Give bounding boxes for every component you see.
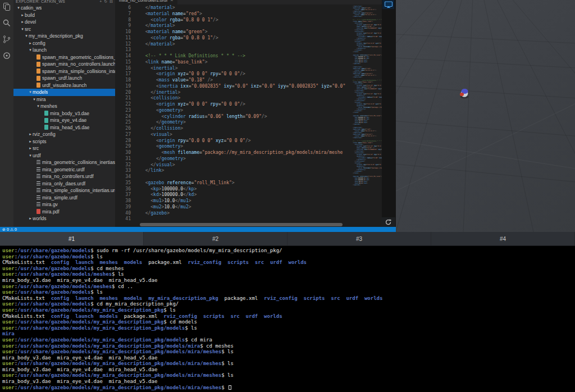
terminal-line: mira_body_v3.dae mira_eye_v4.dae mira_he… [2, 367, 573, 373]
tree-item-mira.gv[interactable]: mira.gv [13, 201, 115, 208]
search-icon[interactable] [2, 19, 11, 28]
graphical-tools-button[interactable] [382, 0, 394, 9]
tree-item-my_mira_description_pkg[interactable]: ▾my_mira_description_pkg [13, 33, 115, 40]
tree-item-meshes[interactable]: ▾meshes [13, 103, 115, 110]
horizontal-scrollbar[interactable] [140, 223, 349, 226]
tree-item-models[interactable]: ▾models [13, 89, 115, 96]
tree-item-spawn_mira_no_controllers.launch[interactable]: spawn_mira_no_controllers.launch [13, 61, 115, 68]
code-line [140, 174, 382, 180]
tree-item-urdf_visualize.launch[interactable]: urdf_visualize.launch [13, 82, 115, 89]
tree-item-src[interactable]: ▾src [13, 26, 115, 33]
tree-item-scripts[interactable]: ▸scripts [13, 138, 115, 145]
line-number: 13 [115, 47, 131, 53]
terminal-line: mira_body_v3.dae mira_eye_v4.dae mira_he… [2, 277, 573, 284]
code-line: </inertial> [140, 90, 382, 96]
explorer-header: EXPLORER: CATKIN_WS +↻⊟ [13, 0, 115, 4]
code-line: </geometry> [140, 156, 382, 162]
chevron-right-icon: ▸ [28, 145, 33, 152]
tree-item-config[interactable]: ▸config [13, 40, 115, 47]
refresh-button[interactable] [381, 217, 395, 227]
explorer-action-icon[interactable]: + [99, 0, 102, 4]
minimap[interactable]: </material> <material name="red"> <color… [351, 4, 382, 218]
tree-item-mira.pdf[interactable]: mira.pdf [13, 208, 115, 216]
terminal-line: user:/usr/share/gazebo/models/my_mira_de… [2, 307, 573, 313]
code-line: <collision> [140, 95, 382, 102]
urdf-file-icon [36, 188, 40, 193]
problems-indicator[interactable]: ⊘0 ⚠0 [2, 227, 17, 232]
line-number: 7 [115, 11, 131, 17]
terminal-line: user:/usr/share/gazebo/models/meshes$ cd… [2, 284, 573, 290]
code-line: <origin xyz="0 0 0" rpy="0 0 0"/> [140, 102, 382, 108]
tree-item-mira_no_controllers.urdf[interactable]: mira_no_controllers.urdf [13, 173, 115, 180]
tree-item-mira_head_v5.dae[interactable]: mira_head_v5.dae [13, 124, 115, 131]
chevron-right-icon: ▸ [28, 131, 33, 138]
refresh-icon [385, 218, 392, 226]
tree-item-spawn_mira_simple_collisions_intertias...[interactable]: spawn_mira_simple_collisions_intertias..… [13, 68, 115, 75]
editor-tab-label: mira_no_controllers.urdf [119, 0, 167, 3]
terminal-line: user:/usr/share/gazebo/models/my_mira_de… [2, 385, 573, 391]
code-editor[interactable]: 6789101112131415161718192021222324252627… [115, 4, 396, 227]
tree-item-label: launch [33, 47, 47, 54]
tree-item-label: mira_simple_collisions_intertias.urdf [42, 187, 115, 194]
tree-item-label: models [33, 89, 48, 96]
code-line: <kp>100000.0</kp> [140, 186, 382, 193]
mira-robot-model [460, 89, 469, 98]
terminal-tab-1[interactable]: #1 [0, 232, 144, 245]
tree-item-devel[interactable]: ▸devel [13, 19, 115, 26]
tree-item-mira_simple_collisions_intertias.urdf[interactable]: mira_simple_collisions_intertias.urdf [13, 187, 115, 194]
line-number: 27 [115, 132, 131, 138]
tree-item-mira_geometric_collisions_inertias.urdf[interactable]: mira_geometric_collisions_inertias.urdf [13, 159, 115, 166]
terminal-tab-label: #1 [69, 236, 75, 242]
tree-item-mira_only_daes.urdf[interactable]: mira_only_daes.urdf [13, 180, 115, 188]
tree-item-spawn_urdf.launch[interactable]: spawn_urdf.launch [13, 75, 115, 82]
tree-item-label: mira_no_controllers.urdf [42, 173, 94, 180]
tree-item-label: mira_only_daes.urdf [42, 180, 85, 188]
terminal-line: mira_body_v3.dae mira_eye_v4.dae mira_he… [2, 355, 573, 361]
tree-item-build[interactable]: ▸build [13, 12, 115, 19]
line-number: 10 [115, 29, 131, 35]
dae-file-icon [44, 125, 48, 130]
tree-item-catkin_ws[interactable]: ▾catkin_ws [13, 4, 115, 12]
debug-icon[interactable] [2, 51, 11, 60]
terminal-line: user:/usr/share/gazebo/models$ cd meshes [2, 266, 573, 272]
terminal-line: user:/usr/share/gazebo/models/my_mira_de… [2, 349, 573, 355]
tree-item-launch[interactable]: ▾launch [13, 47, 115, 54]
warning-count: 0 [15, 227, 17, 232]
terminal[interactable]: user:/usr/share/gazebo/models$ sudo rm -… [0, 246, 575, 392]
source-control-icon[interactable] [2, 35, 11, 44]
tree-item-worlds[interactable]: ▸worlds [13, 215, 115, 222]
tree-item-urdf[interactable]: ▾urdf [13, 152, 115, 159]
line-number: 41 [115, 216, 131, 222]
code-line: <kd>100000.0</kd> [140, 192, 382, 198]
terminal-tab-2[interactable]: #2 [144, 232, 288, 245]
scrollbar-thumb[interactable] [140, 223, 343, 226]
explorer-action-icon[interactable]: ↻ [104, 0, 107, 4]
tree-item-src[interactable]: ▸src [13, 145, 115, 152]
explorer-action-icon[interactable]: ⊟ [109, 0, 113, 4]
code-line: <color rgba="0 0.8 0 1"/> [140, 35, 382, 42]
tree-item-mira_geometric.urdf[interactable]: mira_geometric.urdf [13, 166, 115, 174]
terminal-tab-4[interactable]: #4 [431, 232, 575, 245]
tree-item-label: worlds [33, 215, 47, 222]
status-bar: ⊘0 ⚠0 [0, 227, 396, 232]
terminal-cursor [229, 385, 231, 390]
launch-file-icon [36, 62, 40, 67]
tree-item-mira_eye_v4.dae[interactable]: mira_eye_v4.dae [13, 117, 115, 124]
code-content: </material> <material name="red"> <color… [140, 5, 382, 221]
files-icon[interactable] [2, 2, 11, 11]
editor-tab-mira-no-controllers[interactable]: mira_no_controllers.urdf × [115, 0, 177, 4]
terminal-line: user:/usr/share/gazebo/models/my_mira_de… [2, 361, 573, 367]
line-number: 16 [115, 66, 131, 72]
code-line: </geometry> [140, 120, 382, 126]
terminal-tab-3[interactable]: #3 [288, 232, 431, 245]
tree-item-rviz_config[interactable]: ▸rviz_config [13, 131, 115, 138]
gazebo-viewport[interactable] [396, 0, 575, 232]
code-line: <inertia ixx="0.0002835" ixy="0.0" ixz="… [140, 84, 382, 90]
close-icon[interactable]: × [170, 0, 173, 3]
line-number: 30 [115, 150, 131, 156]
line-number: 15 [115, 60, 131, 66]
tree-item-mira_simple.urdf[interactable]: mira_simple.urdf [13, 194, 115, 202]
tree-item-mira_body_v3.dae[interactable]: mira_body_v3.dae [13, 110, 115, 117]
tree-item-mira[interactable]: ▾mira [13, 96, 115, 103]
tree-item-spawn_mira_geometric_collisions_ine...[interactable]: spawn_mira_geometric_collisions_ine... [13, 54, 115, 61]
